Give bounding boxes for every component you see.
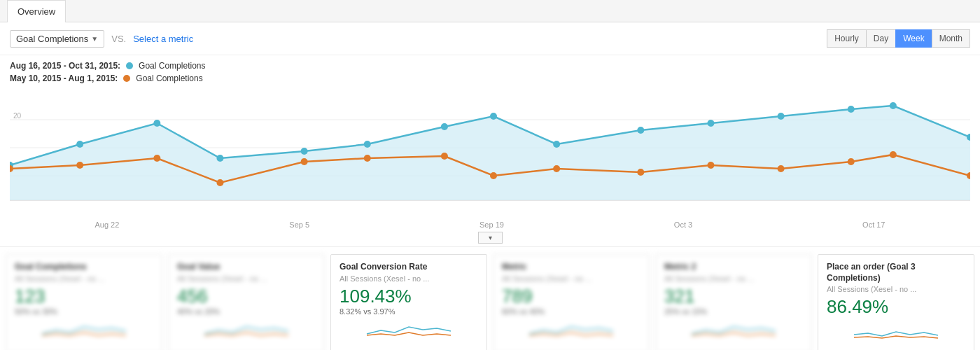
metric-card-blurred3-subtitle: All Sessions (Xesel - no ... (502, 274, 640, 283)
svg-point-6 (76, 141, 83, 148)
toolbar: Goal Completions ▼ VS. Select a metric H… (0, 22, 980, 55)
select-metric-link[interactable]: Select a metric (133, 34, 193, 44)
metric-card-conversion-chart (340, 320, 478, 341)
svg-point-22 (153, 155, 160, 162)
svg-point-31 (778, 165, 785, 172)
metric-card-conversion-change: 8.32% vs 3.97% (340, 307, 478, 316)
metric-card-order-subtitle: All Sessions (Xesel - no ... (827, 285, 965, 293)
chevron-down-button[interactable]: ▾ (478, 232, 503, 244)
x-label-aug22: Aug 22 (94, 220, 119, 229)
dropdown-arrow-icon: ▼ (91, 35, 98, 43)
metric-card-blurred2-title: Goal Value (177, 262, 316, 273)
time-btn-hourly[interactable]: Hourly (827, 29, 866, 48)
chevron-button-container: ▾ (0, 232, 980, 244)
metric-card-conversion-subtitle: All Sessions (Xesel - no ... (340, 274, 478, 283)
metric-card-blurred3: Metric All Sessions (Xesel - no ... 789 … (493, 254, 650, 350)
svg-point-27 (490, 172, 497, 179)
metric-card-blurred3-value: 789 (502, 286, 640, 307)
metric-card-blurred1-chart (15, 320, 153, 341)
metric-card-blurred4-change: 25% vs 15% (664, 307, 803, 316)
svg-point-10 (364, 141, 371, 148)
svg-point-28 (553, 165, 560, 172)
svg-point-21 (76, 162, 83, 169)
legend-label-1: Goal Completions (139, 61, 205, 71)
metric-card-blurred3-change: 60% vs 40% (502, 307, 640, 316)
metric-card-order-chart (827, 322, 965, 343)
metric-card-blurred4-title: Metric 2 (664, 262, 803, 273)
svg-point-29 (637, 169, 644, 176)
svg-point-24 (301, 158, 308, 165)
svg-point-18 (890, 102, 897, 109)
metric-card-order-value: 86.49% (827, 296, 965, 318)
legend-row-1: Aug 16, 2015 - Oct 31, 2015: Goal Comple… (10, 61, 970, 71)
svg-point-15 (707, 120, 714, 127)
vs-label: VS. (111, 34, 126, 44)
legend-label-2: Goal Completions (136, 74, 202, 83)
metric-card-blurred4-subtitle: All Sessions (Xesel - no ... (664, 274, 803, 283)
metric-dropdown[interactable]: Goal Completions ▼ (10, 30, 104, 48)
svg-point-9 (301, 148, 308, 155)
svg-point-13 (553, 141, 560, 148)
svg-point-17 (848, 106, 855, 113)
metrics-row: Goal Completions All Sessions (Xesel - n… (0, 246, 980, 350)
svg-point-8 (216, 155, 223, 162)
legend-date-2: May 10, 2015 - Aug 1, 2015: (10, 74, 118, 83)
tab-bar: Overview (0, 0, 980, 22)
metric-card-conversion-title: Goal Conversion Rate (340, 262, 478, 273)
metric-card-blurred1: Goal Completions All Sessions (Xesel - n… (6, 254, 162, 350)
metric-card-blurred2: Goal Value All Sessions (Xesel - no ... … (168, 254, 325, 350)
metric-card-blurred4-chart (664, 320, 803, 341)
chart-area: 20 (0, 92, 980, 218)
metric-dropdown-label: Goal Completions (16, 34, 88, 44)
time-btn-month[interactable]: Month (932, 29, 970, 48)
metric-card-blurred4: Metric 2 All Sessions (Xesel - no ... 32… (655, 254, 812, 350)
legend: Aug 16, 2015 - Oct 31, 2015: Goal Comple… (0, 55, 980, 92)
metric-card-blurred2-change: 40% vs 20% (177, 307, 316, 316)
legend-dot-orange (123, 75, 130, 82)
metric-card-order-title: Place an order (Goal 3 Completions) (827, 262, 965, 284)
metric-card-blurred3-chart (502, 320, 640, 341)
metric-card-blurred3-title: Metric (502, 262, 640, 273)
svg-text:20: 20 (13, 112, 22, 120)
metric-card-conversion-value: 109.43% (340, 286, 478, 307)
metric-card-blurred4-value: 321 (664, 286, 803, 307)
time-btn-day[interactable]: Day (866, 29, 895, 48)
metric-card-blurred1-value: 123 (15, 286, 153, 307)
time-btn-week[interactable]: Week (895, 29, 931, 48)
svg-point-11 (441, 123, 448, 130)
svg-point-16 (778, 113, 785, 120)
toolbar-left: Goal Completions ▼ VS. Select a metric (10, 30, 193, 48)
svg-point-14 (637, 127, 644, 134)
svg-point-33 (890, 151, 897, 158)
metric-card-blurred2-subtitle: All Sessions (Xesel - no ... (177, 274, 316, 283)
legend-dot-blue (126, 62, 133, 69)
svg-point-25 (364, 155, 371, 162)
svg-point-12 (490, 113, 497, 120)
svg-point-32 (848, 158, 855, 165)
svg-point-23 (216, 179, 223, 186)
tab-overview[interactable]: Overview (7, 0, 66, 22)
x-label-oct17: Oct 17 (862, 220, 885, 229)
chart-svg: 20 (10, 92, 970, 204)
metric-card-blurred1-title: Goal Completions (15, 262, 153, 273)
legend-row-2: May 10, 2015 - Aug 1, 2015: Goal Complet… (10, 74, 970, 83)
x-label-sep5: Sep 5 (289, 220, 309, 229)
svg-point-30 (707, 162, 714, 169)
x-label-sep19: Sep 19 (479, 220, 504, 229)
metric-card-place-order: Place an order (Goal 3 Completions) All … (818, 254, 974, 350)
metric-card-goal-conversion: Goal Conversion Rate All Sessions (Xesel… (330, 254, 487, 350)
chart-x-labels: Aug 22 Sep 5 Sep 19 Oct 3 Oct 17 (0, 218, 980, 229)
metric-card-blurred1-subtitle: All Sessions (Xesel - no ... (15, 274, 153, 283)
metric-card-blurred1-change: 50% vs 30% (15, 307, 153, 316)
svg-point-7 (153, 120, 160, 127)
metric-card-blurred2-value: 456 (177, 286, 316, 307)
time-buttons: Hourly Day Week Month (827, 29, 970, 48)
metric-card-blurred2-chart (177, 320, 316, 341)
legend-date-1: Aug 16, 2015 - Oct 31, 2015: (10, 61, 120, 71)
svg-point-26 (441, 153, 448, 160)
x-label-oct3: Oct 3 (674, 220, 692, 229)
